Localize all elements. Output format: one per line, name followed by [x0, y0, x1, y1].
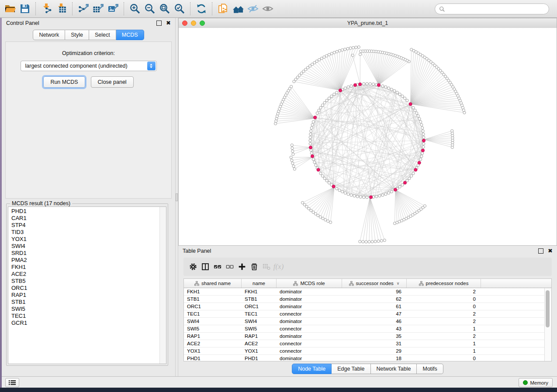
network-window-titlebar[interactable]: YPA_prune.txt_1 [179, 18, 557, 28]
select-all-button[interactable] [212, 261, 223, 272]
table-row[interactable]: ORC1ORC1dominator610 [184, 303, 551, 310]
tab-style[interactable]: Style [65, 30, 89, 40]
tab-mcds[interactable]: MCDS [116, 30, 144, 40]
network-graph[interactable] [179, 28, 557, 245]
table-panel: Table Panel ✖ f(x) shared namenameMCDS r… [178, 246, 557, 376]
table-cell: 35 [342, 334, 407, 339]
memory-label: Memory [530, 380, 548, 385]
export-table-button[interactable] [91, 1, 106, 16]
import-table-button[interactable] [54, 1, 69, 16]
mcds-result-list[interactable]: PHD1CAR1STP4TID3YOX1SWI4SRD1PMA2FKH1ACE2… [8, 206, 166, 364]
column-visibility-button[interactable] [200, 261, 211, 272]
table-cell: TEC1 [184, 311, 242, 316]
export-network-button[interactable] [76, 1, 91, 16]
splitter-grip[interactable] [176, 193, 178, 201]
list-item[interactable]: STB1 [8, 299, 159, 306]
panel-splitter[interactable] [175, 18, 178, 376]
list-item[interactable]: STP4 [8, 222, 159, 229]
import-network-button[interactable] [39, 1, 54, 16]
mcds-list-scrollbar[interactable] [159, 207, 166, 364]
function-builder-button[interactable]: f(x) [273, 261, 284, 272]
memory-button[interactable]: Memory [519, 378, 553, 387]
network-canvas[interactable] [179, 28, 557, 245]
node-table[interactable]: shared namenameMCDS rolesuccessor nodes∨… [183, 279, 552, 361]
delete-table-icon [262, 262, 271, 271]
search-input[interactable] [447, 4, 549, 14]
table-row[interactable]: TEC1TEC1connector472 [184, 310, 551, 318]
export-image-button[interactable] [106, 1, 121, 16]
list-item[interactable]: TID3 [8, 229, 159, 236]
network-window-title: YPA_prune.txt_1 [179, 20, 557, 26]
save-session-button[interactable] [17, 1, 32, 16]
zoom-out-icon [144, 3, 156, 14]
tab-select[interactable]: Select [89, 30, 116, 40]
search-box[interactable] [435, 3, 549, 14]
close-table-panel-icon[interactable]: ✖ [548, 249, 553, 253]
list-item[interactable]: CAR1 [8, 215, 159, 222]
zoom-selected-button[interactable] [172, 1, 187, 16]
table-cell: PHD1 [184, 356, 242, 361]
table-scrollbar[interactable] [544, 288, 551, 361]
float-table-panel-icon[interactable] [538, 248, 543, 254]
table-row[interactable]: RAP1RAP1dominator352 [184, 333, 551, 340]
mcds-result-group: MCDS result (17 nodes) PHD1CAR1STP4TID3Y… [6, 203, 168, 366]
table-row[interactable]: PHD1PHD1dominator180 [184, 355, 551, 361]
table-settings-button[interactable] [187, 261, 198, 272]
zoom-fit-icon [159, 3, 170, 14]
tab-network-table[interactable]: Network Table [371, 364, 417, 374]
list-item[interactable]: ORC1 [8, 285, 159, 292]
delete-column-icon [250, 262, 259, 271]
close-panel-icon[interactable]: ✖ [166, 21, 171, 25]
table-row[interactable]: ACE2ACE2connector311 [184, 340, 551, 347]
task-history-button[interactable] [5, 378, 19, 387]
tab-network[interactable]: Network [33, 30, 65, 40]
list-item[interactable]: YOX1 [8, 236, 159, 243]
column-header-name[interactable]: name [242, 279, 277, 288]
first-neighbors-button[interactable] [231, 1, 246, 16]
add-column-button[interactable] [236, 261, 247, 272]
duplicate-network-button[interactable] [216, 1, 231, 16]
refresh-view-icon [196, 3, 207, 14]
list-item[interactable]: FKH1 [8, 264, 159, 271]
list-item[interactable]: TEC1 [8, 313, 159, 320]
optimization-criterion-select[interactable]: largest connected component (undirected) [21, 61, 157, 71]
column-header-shared-name[interactable]: shared name [184, 279, 242, 288]
select-all-icon [213, 262, 222, 271]
table-row[interactable]: YOX1YOX1connector291 [184, 347, 551, 355]
table-row[interactable]: FKH1FKH1dominator962 [184, 288, 551, 296]
list-item[interactable]: PHD1 [8, 208, 159, 215]
float-panel-icon[interactable] [156, 21, 162, 26]
delete-column-button[interactable] [249, 261, 259, 272]
table-row[interactable]: SWI5SWI5connector431 [184, 325, 551, 333]
table-row[interactable]: SWI4SWI4dominator462 [184, 318, 551, 325]
table-row[interactable]: STB1STB1dominator620 [184, 296, 551, 303]
zoom-in-button[interactable] [128, 1, 142, 16]
table-cell: STB1 [184, 296, 242, 302]
run-mcds-button[interactable]: Run MCDS [43, 76, 85, 88]
table-scrollbar-thumb[interactable] [546, 290, 550, 327]
column-header-successor-nodes[interactable]: successor nodes∨ [342, 279, 407, 288]
list-item[interactable]: PMA2 [8, 257, 159, 264]
column-header-MCDS-role[interactable]: MCDS role [277, 279, 342, 288]
list-item[interactable]: RAP1 [8, 292, 159, 299]
list-item[interactable]: ACE2 [8, 271, 159, 278]
deselect-all-button[interactable] [224, 261, 235, 272]
list-item[interactable]: STB5 [8, 278, 159, 285]
table-cell: SWI4 [242, 319, 277, 324]
list-item[interactable]: SRD1 [8, 250, 159, 257]
zoom-fit-button[interactable] [157, 1, 172, 16]
list-item[interactable]: GCR1 [8, 320, 159, 327]
column-header-predecessor-nodes[interactable]: predecessor nodes [407, 279, 481, 288]
zoom-out-button[interactable] [142, 1, 157, 16]
show-all-button[interactable] [260, 1, 275, 16]
list-item[interactable]: SWI5 [8, 306, 159, 313]
tab-motifs[interactable]: Motifs [417, 364, 443, 374]
list-item[interactable]: SWI4 [8, 243, 159, 250]
refresh-view-button[interactable] [194, 1, 209, 16]
open-file-button[interactable] [3, 1, 17, 16]
delete-table-button[interactable] [261, 261, 272, 272]
tab-node-table[interactable]: Node Table [292, 364, 332, 374]
tab-edge-table[interactable]: Edge Table [332, 364, 370, 374]
close-panel-button[interactable]: Close panel [91, 76, 134, 88]
hide-selected-button[interactable] [246, 1, 260, 16]
